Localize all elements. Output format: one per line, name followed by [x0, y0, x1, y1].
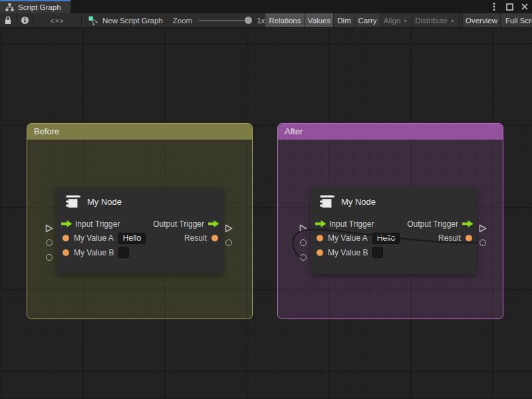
value-a-label: My Value A: [74, 233, 114, 243]
lock-icon: [4, 16, 12, 25]
input-trigger-label: Input Trigger: [329, 219, 374, 229]
carry-toggle[interactable]: Carry: [355, 13, 380, 28]
node-ports: Input Trigger Output Trigger My Value A …: [57, 211, 223, 260]
value-b-field[interactable]: [372, 247, 383, 258]
group-label: Before: [34, 126, 59, 136]
relations-toggle[interactable]: Relations: [265, 13, 305, 28]
result-port-icon[interactable]: [211, 235, 218, 241]
node-title: My Node: [341, 197, 376, 207]
value-a-field[interactable]: Hello: [372, 233, 400, 244]
external-value-a-port[interactable]: [300, 239, 307, 246]
tab-title: Script Graph: [18, 3, 61, 11]
toolbar-toggles: Relations Values Dim Carry Align▼ Distri…: [265, 13, 532, 28]
overview-button[interactable]: Overview: [463, 13, 500, 28]
external-result-port[interactable]: [479, 239, 486, 246]
result-label: Result: [438, 233, 461, 243]
unit-node-icon: [64, 193, 81, 210]
external-result-port[interactable]: [225, 239, 232, 246]
value-b-label: My Value B: [74, 248, 114, 257]
input-trigger-port-icon[interactable]: [61, 219, 72, 228]
value-a-port-icon[interactable]: [63, 235, 69, 241]
value-b-port-icon[interactable]: [63, 249, 69, 256]
new-graph-icon: [88, 16, 98, 25]
value-b-row: My Value B: [57, 245, 223, 260]
trigger-row: Input Trigger Output Trigger: [311, 217, 477, 231]
graph-hierarchy-icon: [5, 3, 14, 11]
external-output-trigger-port[interactable]: [479, 224, 487, 233]
external-input-trigger-port[interactable]: [45, 224, 53, 233]
value-a-row: My Value A Hello Result: [57, 231, 223, 246]
distribute-dropdown[interactable]: Distribute▼: [412, 13, 458, 28]
node-header[interactable]: My Node: [57, 188, 223, 211]
value-a-row: My Value A Hello Result: [311, 231, 477, 246]
group-after-header[interactable]: After: [278, 124, 503, 140]
dropdown-caret-icon: ▼: [403, 19, 408, 23]
full-screen-button[interactable]: Full Screen: [501, 13, 532, 28]
graph-canvas[interactable]: Before After My Node: [0, 28, 532, 398]
zoom-slider-track: [199, 20, 252, 21]
external-value-b-port[interactable]: [300, 254, 307, 261]
values-toggle[interactable]: Values: [305, 13, 333, 28]
node-ports: Input Trigger Output Trigger My Value A …: [311, 211, 477, 260]
group-before-header[interactable]: Before: [27, 124, 252, 140]
result-label: Result: [184, 233, 207, 243]
tab-script-graph[interactable]: Script Graph: [0, 0, 70, 13]
value-b-field[interactable]: [118, 247, 129, 258]
value-a-port-icon[interactable]: [317, 235, 323, 241]
output-trigger-port-icon[interactable]: [208, 219, 219, 228]
group-label: After: [285, 126, 303, 136]
node-my-node-after[interactable]: My Node Input Trigger Output Trigger: [311, 188, 477, 274]
align-dropdown[interactable]: Align▼: [380, 13, 411, 28]
external-value-b-port[interactable]: [46, 254, 53, 261]
node-title: My Node: [87, 197, 122, 207]
external-input-trigger-port[interactable]: [299, 224, 307, 233]
zoom-label: Zoom: [173, 17, 192, 25]
result-port-icon[interactable]: [466, 235, 472, 241]
node-header[interactable]: My Node: [311, 188, 477, 211]
maximize-icon[interactable]: [505, 2, 514, 11]
info-icon: [21, 16, 29, 25]
script-graph-window: Script Graph: [0, 0, 532, 399]
value-a-field[interactable]: Hello: [118, 233, 146, 244]
zoom-value: 1x: [257, 17, 265, 25]
input-trigger-label: Input Trigger: [75, 219, 120, 229]
unit-node-icon: [318, 193, 335, 210]
output-trigger-port-icon[interactable]: [462, 219, 473, 228]
dropdown-caret-icon: ▼: [450, 19, 455, 23]
graph-toolbar: <×> New Script Graph Zoom 1x Relations V…: [0, 13, 532, 28]
input-trigger-port-icon[interactable]: [315, 219, 327, 228]
lock-button[interactable]: [0, 13, 17, 28]
graph-title: New Script Graph: [88, 16, 163, 25]
window-controls: [489, 0, 529, 13]
node-my-node-before[interactable]: My Node Input Trigger Output Trigger: [57, 188, 223, 274]
value-b-label: My Value B: [328, 248, 368, 257]
graph-name: New Script Graph: [102, 17, 163, 25]
inspect-values-button[interactable]: <×>: [33, 13, 82, 28]
value-b-row: My Value B: [311, 245, 477, 260]
value-a-label: My Value A: [328, 233, 368, 243]
info-button[interactable]: [17, 13, 33, 28]
close-icon[interactable]: [520, 2, 529, 11]
external-output-trigger-port[interactable]: [225, 224, 233, 233]
tab-bar: Script Graph: [0, 0, 532, 13]
external-value-a-port[interactable]: [46, 239, 53, 246]
output-trigger-label: Output Trigger: [153, 219, 204, 229]
value-b-port-icon[interactable]: [317, 249, 323, 256]
trigger-row: Input Trigger Output Trigger: [57, 217, 223, 231]
zoom-slider[interactable]: [199, 17, 252, 25]
toolbar-spacer: [459, 13, 462, 28]
dim-toggle[interactable]: Dim: [334, 13, 354, 28]
inspect-values-icon: <×>: [50, 17, 64, 25]
zoom-slider-handle[interactable]: [245, 17, 252, 24]
output-trigger-label: Output Trigger: [407, 219, 458, 229]
kebab-menu-icon[interactable]: [489, 2, 499, 11]
